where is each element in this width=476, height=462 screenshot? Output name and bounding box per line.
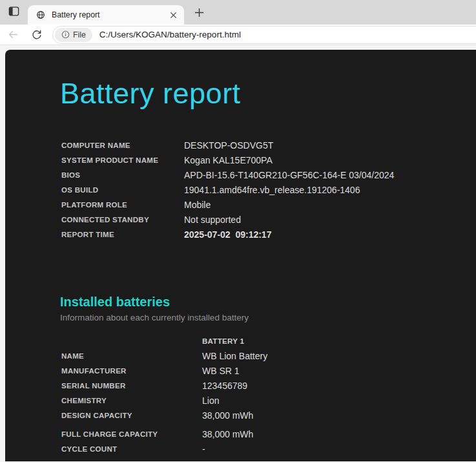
table-header-row: BATTERY 1 (61, 334, 476, 349)
row-label: BIOS (61, 171, 184, 179)
row-label: SYSTEM PRODUCT NAME (61, 156, 184, 164)
row-value: Kogan KAL15E700PA (184, 155, 273, 165)
globe-icon (36, 10, 46, 20)
table-row: MANUFACTURER WB SR 1 (61, 364, 476, 379)
row-label: CHEMISTRY (61, 397, 202, 404)
report-time-value: 2025-07-02 09:12:17 (184, 229, 271, 240)
new-tab-button[interactable] (191, 4, 207, 21)
row-label: MANUFACTURER (61, 367, 202, 375)
row-value: Mobile (184, 200, 211, 210)
row-label: COMPUTER NAME (61, 142, 184, 149)
page-title: Battery report (60, 77, 476, 110)
refresh-button[interactable] (29, 27, 45, 43)
row-value: Lion (202, 395, 219, 406)
row-label: CONNECTED STANDBY (61, 216, 184, 224)
back-button[interactable] (5, 27, 21, 43)
close-icon (170, 12, 177, 19)
row-label: NAME (61, 352, 202, 360)
url-text[interactable]: C:/Users/KOGAN/battery-report.html (99, 30, 241, 39)
table-row: NAME WB Lion Battery (61, 349, 476, 364)
table-row: FULL CHARGE CAPACITY 38,000 mWh (61, 427, 476, 442)
battery-column-header: BATTERY 1 (202, 337, 244, 345)
back-arrow-icon (7, 28, 19, 41)
table-row: CONNECTED STANDBY Not supported (61, 213, 476, 227)
table-row: REPORT TIME 2025-07-02 09:12:17 (61, 227, 476, 242)
row-label: PLATFORM ROLE (61, 201, 184, 209)
row-value: 19041.1.amd64fre.vb_release.191206-1406 (184, 185, 360, 195)
row-value: DESKTOP-OSDVG5T (184, 140, 273, 151)
row-label: SERIAL NUMBER (61, 382, 202, 390)
installed-batteries-heading: Installed batteries (60, 295, 476, 310)
file-badge-label: File (73, 30, 86, 39)
row-label: CYCLE COUNT (61, 445, 202, 453)
system-info-table: COMPUTER NAME DESKTOP-OSDVG5T SYSTEM PRO… (61, 138, 476, 242)
row-value: 38,000 mWh (202, 410, 253, 421)
row-label: DESIGN CAPACITY (61, 412, 202, 419)
address-bar[interactable]: File C:/Users/KOGAN/battery-report.html (52, 26, 476, 44)
row-label: OS BUILD (61, 186, 184, 194)
info-icon (61, 30, 70, 39)
browser-window: Battery report (0, 0, 476, 462)
tab-actions-icon (8, 5, 20, 19)
row-value: WB Lion Battery (202, 351, 267, 361)
row-value: 38,000 mWh (202, 429, 253, 439)
row-value: 123456789 (202, 381, 247, 391)
table-row: DESIGN CAPACITY 38,000 mWh (61, 408, 476, 423)
table-row: OS BUILD 19041.1.amd64fre.vb_release.191… (61, 183, 476, 198)
refresh-icon (31, 29, 43, 41)
browser-tab[interactable]: Battery report (28, 5, 184, 25)
table-row: CHEMISTRY Lion (61, 394, 476, 408)
battery-table: BATTERY 1 NAME WB Lion Battery MANUFACTU… (61, 334, 476, 457)
battery-report-page: Battery report COMPUTER NAME DESKTOP-OSD… (5, 50, 476, 461)
plus-icon (194, 8, 204, 17)
table-row: CYCLE COUNT - (61, 442, 476, 457)
installed-batteries-subtitle: Information about each currently install… (60, 313, 476, 322)
table-row: PLATFORM ROLE Mobile (61, 198, 476, 213)
table-row: BIOS APD-BI-15.6-T140GR210-GF56C-164-E 0… (61, 168, 476, 183)
tab-strip: Battery report (0, 0, 476, 25)
content-area: Battery report COMPUTER NAME DESKTOP-OSD… (0, 45, 476, 461)
file-scheme-badge[interactable]: File (55, 28, 92, 42)
browser-toolbar: File C:/Users/KOGAN/battery-report.html (0, 25, 476, 45)
row-value: - (202, 444, 205, 454)
tab-title: Battery report (52, 10, 167, 19)
tab-close-button[interactable] (167, 9, 179, 21)
tab-actions-menu-button[interactable] (5, 3, 23, 21)
row-value: APD-BI-15.6-T140GR210-GF56C-164-E 03/04/… (184, 170, 394, 180)
table-row: SERIAL NUMBER 123456789 (61, 379, 476, 394)
row-value: Not supported (184, 215, 241, 225)
table-row: SYSTEM PRODUCT NAME Kogan KAL15E700PA (61, 153, 476, 168)
row-label: FULL CHARGE CAPACITY (61, 430, 202, 438)
table-row: COMPUTER NAME DESKTOP-OSDVG5T (61, 138, 476, 153)
row-label: REPORT TIME (61, 231, 184, 238)
row-value: WB SR 1 (202, 366, 240, 376)
